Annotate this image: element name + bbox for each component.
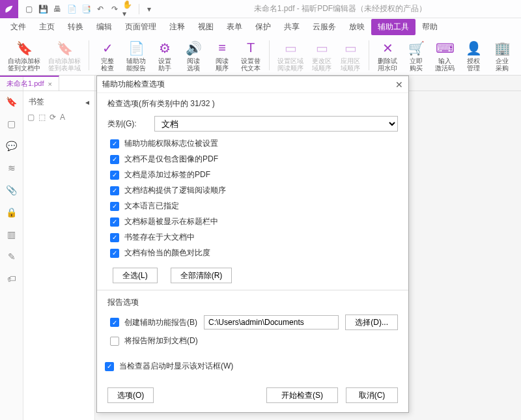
ribbon-icon-8: ▭ — [285, 39, 297, 57]
qat-newdoc-icon[interactable]: 📄 — [65, 3, 78, 16]
menu-2[interactable]: 转换 — [61, 19, 90, 35]
ribbon-btn-0[interactable]: 🔖自动添加标 签到文档中 — [5, 38, 43, 73]
check-box-4[interactable]: ✓ — [110, 202, 119, 211]
window-title: 未命名1.pdf - 福昕PDF编辑器（未经授权的产品） — [160, 3, 521, 14]
report-path-input[interactable] — [204, 315, 339, 329]
create-report-checkbox[interactable]: ✓ — [110, 318, 119, 327]
bookmark-expand-icon[interactable]: ⬚ — [38, 113, 46, 122]
ribbon-btn-2[interactable]: ✓完整 检查 — [94, 38, 120, 73]
check-box-7[interactable]: ✓ — [110, 249, 119, 258]
check-item-4: ✓文本语言已指定 — [110, 201, 398, 212]
menu-10[interactable]: 云服务 — [306, 19, 343, 35]
ribbon-btn-9: ▭更改区 域顺序 — [309, 38, 335, 73]
qat-undo-icon[interactable]: ↶ — [94, 3, 107, 16]
menu-7[interactable]: 表单 — [220, 19, 249, 35]
ribbon-icon-2: ✓ — [102, 39, 113, 57]
qat-save-icon[interactable]: 💾 — [36, 3, 49, 16]
check-box-0[interactable]: ✓ — [110, 139, 119, 148]
dialog-close-icon[interactable]: ✕ — [395, 79, 403, 90]
report-options-header: 报告选项 — [107, 297, 398, 308]
tab-label: 未命名1.pdf — [7, 79, 44, 89]
ribbon-icon-4: ⚙ — [159, 39, 171, 57]
ribbon-btn-3[interactable]: 📄辅助功 能报告 — [123, 38, 149, 73]
sidebar-layers-icon[interactable]: ≋ — [5, 161, 18, 175]
qat-redo-icon[interactable]: ↷ — [108, 3, 121, 16]
check-item-2: ✓文档是添加过标签的PDF — [110, 169, 398, 180]
create-report-label: 创建辅助功能报告(B) — [124, 317, 197, 328]
sidebar-security-icon[interactable]: 🔒 — [5, 206, 18, 219]
browse-button[interactable]: 选择(D)... — [345, 315, 398, 330]
ribbon-icon-12: 🛒 — [408, 39, 425, 57]
sidebar-tags-icon[interactable]: 🏷 — [5, 272, 18, 285]
attach-report-checkbox[interactable] — [110, 337, 119, 346]
qat-open-icon[interactable]: ▢ — [22, 3, 35, 16]
ribbon-icon-15: 🏢 — [494, 39, 511, 57]
menu-9[interactable]: 共享 — [277, 19, 306, 35]
ribbon-btn-14[interactable]: 👤授权 管理 — [460, 38, 486, 73]
sidebar-fields-icon[interactable]: ▥ — [5, 228, 18, 241]
qat-customize-icon[interactable]: ▾ — [143, 3, 156, 16]
sidebar-pages-icon[interactable]: ▢ — [5, 117, 18, 130]
check-box-1[interactable]: ✓ — [110, 155, 119, 164]
ribbon-btn-13[interactable]: ⌨输入 激活码 — [432, 38, 458, 73]
bookmark-panel-menu-icon[interactable]: ◂ — [85, 98, 89, 107]
ribbon-icon-11: ✕ — [382, 39, 393, 57]
sidebar-signatures-icon[interactable]: ✎ — [5, 250, 18, 263]
menu-13[interactable]: 帮助 — [415, 19, 444, 35]
ribbon-btn-4[interactable]: ⚙设置 助手 — [152, 38, 178, 73]
start-check-button[interactable]: 开始检查(S) — [266, 387, 338, 403]
ribbon-btn-15[interactable]: 🏢企业 采购 — [489, 38, 515, 73]
document-tab[interactable]: 未命名1.pdf × — [0, 76, 59, 91]
check-box-6[interactable]: ✓ — [110, 233, 119, 242]
qat-addpage-icon[interactable]: 📑 — [79, 3, 92, 16]
sidebar-bookmarks-icon[interactable]: 🔖 — [5, 95, 18, 108]
cancel-button[interactable]: 取消(C) — [346, 387, 398, 403]
menu-11[interactable]: 放映 — [343, 19, 371, 35]
menu-5[interactable]: 注释 — [163, 19, 191, 35]
ribbon-btn-12[interactable]: 🛒立即 购买 — [403, 38, 429, 73]
ribbon-btn-11[interactable]: ✕删除试 用水印 — [374, 38, 401, 73]
ribbon-btn-7[interactable]: T设置替 代文本 — [238, 38, 264, 73]
show-on-start-checkbox[interactable]: ✓ — [105, 362, 114, 371]
check-label-2: 文档是添加过标签的PDF — [124, 169, 210, 180]
check-label-0: 辅助功能权限标志位被设置 — [124, 138, 218, 149]
menu-0[interactable]: 文件 — [4, 19, 33, 35]
options-button[interactable]: 选项(O) — [107, 387, 154, 403]
clear-all-button[interactable]: 全部清除(R) — [171, 268, 232, 283]
bookmark-collapse-icon[interactable]: ⟳ — [49, 113, 56, 122]
tab-close-icon[interactable]: × — [48, 80, 51, 88]
sidebar-attachments-icon[interactable]: 📎 — [5, 184, 18, 197]
ribbon-icon-9: ▭ — [316, 39, 328, 57]
sidebar-comments-icon[interactable]: 💬 — [5, 139, 18, 152]
check-item-0: ✓辅助功能权限标志位被设置 — [110, 138, 398, 149]
show-on-start-label: 当检查器启动时显示该对话框(W) — [119, 361, 233, 372]
bookmark-search-icon[interactable]: A — [60, 113, 65, 122]
app-logo — [0, 0, 18, 18]
menu-4[interactable]: 页面管理 — [119, 19, 163, 35]
check-label-7: 文档有恰当的颜色对比度 — [124, 247, 210, 259]
ribbon-btn-5[interactable]: 🔊阅读 选项 — [180, 38, 206, 73]
category-select[interactable]: 文档 — [154, 116, 398, 132]
check-box-2[interactable]: ✓ — [110, 171, 119, 180]
ribbon-icon-0: 🔖 — [16, 39, 33, 57]
ribbon-btn-6[interactable]: ≡阅读 顺序 — [209, 38, 235, 73]
check-box-3[interactable]: ✓ — [110, 186, 119, 195]
menu-12[interactable]: 辅助工具 — [371, 19, 415, 35]
check-item-5: ✓文档标题被显示在标题栏中 — [110, 216, 398, 227]
bookmark-add-icon[interactable]: ▢ — [27, 113, 35, 122]
menu-8[interactable]: 保护 — [249, 19, 277, 35]
check-box-5[interactable]: ✓ — [110, 217, 119, 227]
select-all-button[interactable]: 全选(L) — [113, 268, 158, 283]
dialog-title: 辅助功能检查选项 — [102, 79, 165, 90]
check-label-1: 文档不是仅包含图像的PDF — [124, 154, 218, 165]
check-label-5: 文档标题被显示在标题栏中 — [124, 216, 218, 227]
menu-1[interactable]: 主页 — [33, 19, 61, 35]
qat-print-icon[interactable]: 🖶 — [51, 3, 64, 16]
menu-3[interactable]: 编辑 — [90, 19, 119, 35]
category-label: 类别(G): — [107, 119, 147, 130]
check-label-4: 文本语言已指定 — [124, 201, 179, 212]
menu-6[interactable]: 视图 — [191, 19, 220, 35]
ribbon-icon-13: ⌨ — [436, 39, 455, 57]
check-item-6: ✓书签存在于大文档中 — [110, 232, 398, 243]
qat-hand-icon[interactable]: ✋▾ — [122, 3, 135, 16]
